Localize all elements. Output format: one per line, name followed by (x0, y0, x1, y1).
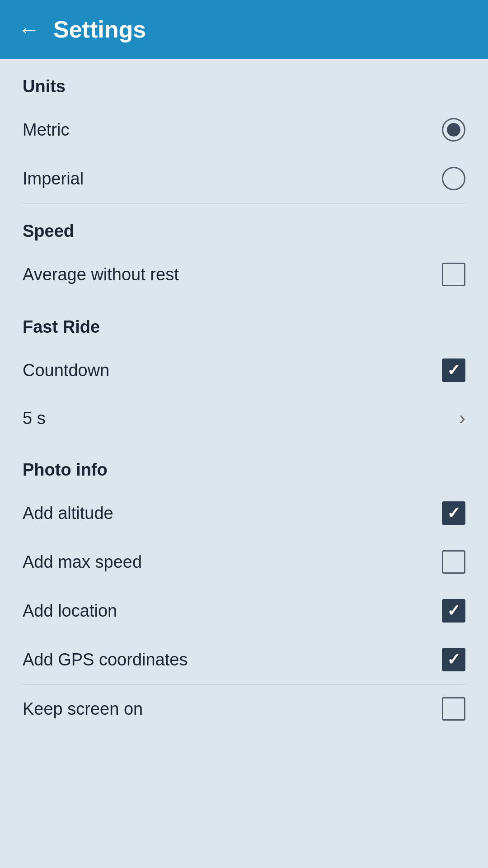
countdown-row[interactable]: Countdown (23, 346, 465, 395)
add-max-speed-label: Add max speed (23, 552, 142, 572)
speed-section: Speed Average without rest (0, 203, 488, 299)
countdown-label: Countdown (23, 361, 109, 380)
photo-info-section-title: Photo info (23, 442, 465, 489)
metric-row[interactable]: Metric (23, 105, 465, 154)
add-altitude-label: Add altitude (23, 504, 113, 523)
fast-ride-section: Fast Ride Countdown 5 s › (0, 299, 488, 442)
settings-content: Units Metric Imperial Speed Average with… (0, 59, 488, 733)
fast-ride-section-title: Fast Ride (23, 299, 465, 346)
average-without-rest-label: Average without rest (23, 265, 179, 284)
average-without-rest-row[interactable]: Average without rest (23, 250, 465, 299)
screen-section: Keep screen on (0, 684, 488, 733)
add-gps-coordinates-label: Add GPS coordinates (23, 650, 188, 670)
countdown-checkbox[interactable] (442, 359, 465, 382)
keep-screen-on-label: Keep screen on (23, 699, 143, 719)
chevron-icon: › (459, 407, 465, 429)
photo-info-section: Photo info Add altitude Add max speed Ad… (0, 442, 488, 684)
add-max-speed-row[interactable]: Add max speed (23, 538, 465, 586)
metric-label: Metric (23, 120, 69, 140)
units-section-title: Units (23, 59, 465, 105)
add-gps-coordinates-row[interactable]: Add GPS coordinates (23, 635, 465, 684)
add-location-label: Add location (23, 601, 117, 621)
page-title: Settings (53, 16, 146, 43)
add-gps-coordinates-checkbox[interactable] (442, 648, 465, 671)
add-location-row[interactable]: Add location (23, 586, 465, 635)
speed-section-title: Speed (23, 203, 465, 250)
keep-screen-on-checkbox[interactable] (442, 697, 465, 721)
app-header: ← Settings (0, 0, 488, 59)
units-section: Units Metric Imperial (0, 59, 488, 203)
keep-screen-on-row[interactable]: Keep screen on (23, 684, 465, 733)
add-location-checkbox[interactable] (442, 599, 465, 623)
countdown-value-label: 5 s (23, 409, 46, 428)
imperial-row[interactable]: Imperial (23, 154, 465, 203)
add-altitude-row[interactable]: Add altitude (23, 489, 465, 538)
average-without-rest-checkbox[interactable] (442, 263, 465, 286)
countdown-value-row[interactable]: 5 s › (23, 395, 465, 442)
metric-radio[interactable] (442, 118, 465, 142)
add-max-speed-checkbox[interactable] (442, 550, 465, 574)
add-altitude-checkbox[interactable] (442, 501, 465, 525)
imperial-label: Imperial (23, 169, 84, 189)
imperial-radio[interactable] (442, 167, 465, 190)
back-button[interactable]: ← (18, 17, 40, 42)
